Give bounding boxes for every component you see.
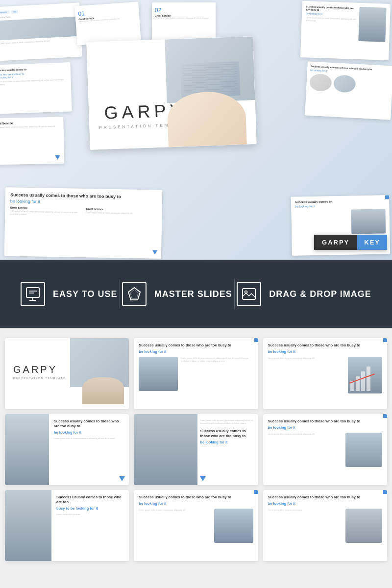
slides-grid: GARPY PRESENTATION TEMPLATE Success usua… (5, 338, 387, 561)
triangle-accent-5 (200, 476, 206, 481)
gs5-text-top: Lorem ipsum dolor sit amet consectetur a… (200, 419, 254, 425)
feature-master-slides: MASTER SLIDES (122, 282, 232, 306)
grid-slide-1: GARPY PRESENTATION TEMPLATE (5, 338, 129, 409)
corner-accent-8 (254, 490, 258, 494)
easy-to-use-label: EASY TO USE (53, 289, 117, 299)
gs9-text: Lorem ipsum dolor sit amet consectetur (268, 509, 343, 543)
gs2-text: Lorem ipsum dolor sit amet consectetur a… (181, 357, 253, 391)
corner-accent-9 (383, 490, 387, 494)
gs6-title: Success usually comes to those who are t… (268, 419, 382, 424)
gs4-content: Success usually comes to those who are t… (49, 414, 129, 485)
gs4-title-blue: be looking for it (54, 430, 124, 435)
preview-slide-tl2: Success usually comes to those who are t… (0, 62, 72, 114)
main-preview-slide: GARPY PRESENTATION TEMPLATE (86, 36, 256, 150)
gs3-text: Lorem ipsum dolor sit amet consectetur a… (268, 357, 345, 393)
presentation-icon (21, 282, 45, 306)
gs7-text: Lorem ipsum dolor sit amet (56, 513, 124, 516)
gs4-title: Success usually comes to those who are t… (54, 419, 124, 429)
gs3-title: Success usually comes to those who are t… (268, 343, 382, 348)
slides-grid-section: GARPY PRESENTATION TEMPLATE Success usua… (0, 328, 392, 571)
preview-slide-tr2: Success usually comes to those who are t… (305, 61, 392, 120)
gs1-subtitle: PRESENTATION TEMPLATE (13, 377, 66, 380)
drag-drop-label: DRAG & DROP IMAGE (269, 289, 371, 299)
gs7-content: Success usually comes to those who are t… (51, 490, 129, 561)
grid-slide-5: Lorem ipsum dolor sit amet consectetur a… (134, 414, 258, 485)
feature-easy-to-use: EASY TO USE (21, 282, 117, 306)
gs7-title: Success usually comes to those who are t… (56, 495, 124, 505)
preview-slide-tc2: 02 Great Service Lorem ipsum dolor sit a… (152, 2, 216, 42)
garpy-key-badge: GARPY KEY (314, 235, 387, 250)
gs8-text: Lorem ipsum dolor sit amet consectetur a… (139, 509, 211, 543)
gs6-content: Lorem ipsum dolor sit amet consectetur a… (268, 433, 382, 467)
corner-accent-3 (383, 338, 387, 342)
badge-key-label: KEY (357, 235, 387, 250)
gs5-content: Lorem ipsum dolor sit amet consectetur a… (200, 419, 254, 444)
svg-rect-7 (243, 289, 255, 299)
svg-rect-0 (26, 288, 39, 297)
gs2-title-blue: be looking for it (139, 349, 253, 354)
person-photo-7 (5, 490, 51, 561)
triangle-accent-4 (119, 476, 125, 481)
preview-slide-tc1: 01 Great Service Lorem ipsum dolor sit a… (74, 2, 141, 46)
preview-slide-tr1: Success usually comes to those who are t… (300, 1, 391, 60)
gs1-content: GARPY PRESENTATION TEMPLATE (11, 362, 68, 386)
gs2-title: Success usually comes to those who are t… (139, 343, 253, 348)
gs3-title-blue: be looking for it (268, 349, 382, 354)
grid-slide-2: Success usually comes to those who are t… (134, 338, 258, 409)
gs5-title: Success usually comes to those who are t… (200, 429, 254, 439)
gs1-brand: GARPY (13, 364, 66, 375)
gs7-title-blue: busy to be looking for it (56, 506, 124, 511)
gs6-text: Lorem ipsum dolor sit amet consectetur a… (268, 433, 343, 467)
grid-slide-8: Success usually comes to those who are t… (134, 490, 258, 561)
diamond-icon (122, 282, 147, 306)
person-photo-4 (5, 414, 49, 485)
grid-slide-6: Success usually comes to those who are t… (263, 414, 387, 485)
preview-slide-tl1: Network Info Working Tools Lorem ipsum d… (0, 2, 82, 61)
preview-slide-bl1: Success usually comes to those who are t… (4, 187, 162, 259)
grid-slide-9: Success usually comes to those who are t… (263, 490, 387, 561)
corner-accent (254, 338, 258, 342)
meeting-photo-6 (345, 433, 382, 467)
person-photo-5 (134, 414, 197, 485)
gs9-content: Lorem ipsum dolor sit amet consectetur (268, 509, 382, 543)
preview-slide-tl3: Great Service Lorem ipsum dolor sit amet… (0, 117, 64, 165)
divider-2 (234, 279, 235, 309)
grid-slide-3: Success usually comes to those who are t… (263, 338, 387, 409)
badge-garpy-label: GARPY (314, 235, 357, 250)
hands-bg (82, 377, 124, 404)
grid-slide-7: Success usually comes to those who are t… (5, 490, 129, 561)
business-photo-2 (139, 357, 178, 391)
gs3-content: Lorem ipsum dolor sit amet consectetur a… (268, 357, 382, 393)
gs9-title: Success usually comes to those who are t… (268, 495, 382, 500)
svg-marker-6 (130, 290, 138, 298)
features-section: EASY TO USE MASTER SLIDES DRAG & DROP IM… (0, 260, 392, 328)
gs8-content: Lorem ipsum dolor sit amet consectetur a… (139, 509, 253, 543)
handshake-photo-9 (345, 509, 382, 543)
gs2-content: Lorem ipsum dolor sit amet consectetur a… (139, 357, 253, 391)
grid-slide-4: Success usually comes to those who are t… (5, 414, 129, 485)
collage-section: Network Info Working Tools Lorem ipsum d… (0, 0, 392, 260)
gs8-title-blue: be looking for it (139, 501, 253, 506)
gs6-title-blue: be looking for it (268, 425, 382, 430)
gs5-title-blue: be looking for it (200, 440, 254, 444)
chart-photo (348, 357, 382, 393)
group-photo-8 (214, 509, 253, 543)
feature-drag-drop: DRAG & DROP IMAGE (237, 282, 371, 306)
divider-1 (120, 279, 120, 309)
corner-accent-6 (383, 414, 387, 418)
gs4-text: Lorem ipsum dolor sit amet consectetur a… (54, 437, 124, 440)
master-slides-label: MASTER SLIDES (154, 289, 232, 299)
image-icon (237, 282, 261, 306)
gs8-title: Success usually comes to those who are t… (139, 495, 253, 500)
gs9-title-blue: be looking for it (268, 501, 382, 506)
